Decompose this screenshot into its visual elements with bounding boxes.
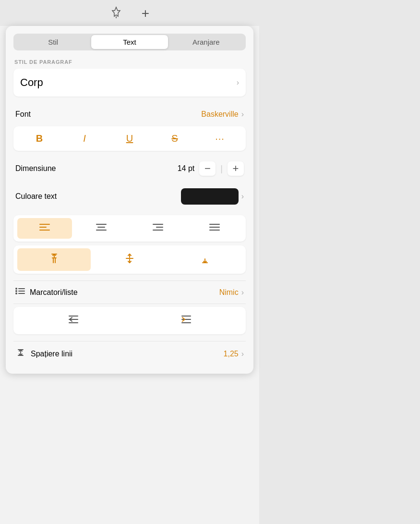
more-options-button[interactable]: ··· [199, 130, 241, 147]
color-row[interactable]: Culoare text › [13, 184, 246, 208]
color-chevron-icon: › [241, 192, 244, 201]
valign-top-button[interactable] [17, 248, 91, 271]
tab-stil[interactable]: Stil [15, 35, 91, 49]
spacing-icon [15, 347, 26, 360]
spacing-chevron-icon: › [241, 350, 244, 358]
align-left-button[interactable] [17, 218, 72, 239]
bold-button[interactable]: B [18, 130, 60, 147]
bullets-value: Nimic [219, 288, 239, 297]
font-label: Font [15, 110, 31, 119]
tab-text[interactable]: Text [91, 35, 168, 49]
spacing-value-container: 1,25 › [224, 350, 244, 358]
size-label: Dimensiune [15, 164, 56, 173]
vertical-align-group [13, 245, 246, 274]
bullets-row[interactable]: Marcatori/liste Nimic › [13, 280, 246, 304]
tab-aranjare[interactable]: Aranjare [168, 35, 244, 49]
color-swatch-container: › [181, 188, 244, 205]
annotations-area: Aliniați textul orizontal sau justificat… [259, 0, 420, 524]
horizontal-align-group [13, 215, 246, 242]
add-icon[interactable]: + [142, 6, 149, 21]
svg-point-23 [15, 288, 17, 290]
strikethrough-button[interactable]: S [154, 130, 196, 147]
indent-row [13, 307, 246, 334]
tab-bar: Stil Text Aranjare [13, 34, 246, 50]
paragraph-style-label: STIL DE PARAGRAF [14, 59, 246, 65]
font-row[interactable]: Font Baskerville › [13, 105, 246, 123]
horizontal-align-row [17, 218, 242, 239]
spacing-label: Spațiere linii [31, 350, 72, 358]
valign-middle-button[interactable] [93, 248, 166, 271]
paragraph-style-value: Corp [20, 76, 43, 89]
size-divider: | [220, 164, 223, 174]
pin-icon[interactable] [110, 6, 122, 21]
paragraph-style-selector[interactable]: Corp › [13, 69, 246, 97]
valign-bottom-button[interactable] [168, 248, 242, 271]
bullets-icon [15, 287, 25, 298]
bullets-chevron-icon: › [241, 288, 244, 297]
size-value: 14 pt [178, 164, 195, 173]
size-row: Dimensiune 14 pt − | + [13, 158, 246, 180]
spacing-value: 1,25 [224, 350, 239, 358]
font-chevron-icon: › [241, 110, 244, 119]
indent-button[interactable] [131, 311, 241, 330]
spacing-row[interactable]: Spațiere linii 1,25 › [13, 341, 246, 366]
bullets-label: Marcatori/liste [30, 288, 78, 297]
italic-button[interactable]: I [63, 130, 106, 147]
top-bar: + [0, 0, 259, 26]
bullets-value-container: Nimic › [219, 288, 244, 297]
outdent-button[interactable] [18, 311, 128, 330]
svg-point-24 [15, 290, 17, 292]
underline-button[interactable]: U [108, 130, 151, 147]
color-label: Culoare text [15, 192, 57, 201]
size-increase-button[interactable]: + [228, 161, 244, 176]
paragraph-style-chevron-icon: › [237, 78, 239, 87]
format-buttons-row: B I U S ··· [13, 126, 246, 151]
align-right-button[interactable] [131, 218, 185, 239]
align-justify-button[interactable] [187, 218, 242, 239]
font-value-container: Baskerville › [201, 110, 244, 119]
align-center-button[interactable] [74, 218, 129, 239]
svg-point-25 [15, 292, 17, 294]
bullets-left: Marcatori/liste [15, 287, 78, 298]
size-decrease-button[interactable]: − [199, 161, 216, 176]
color-swatch[interactable] [181, 188, 239, 205]
vertical-align-row [17, 248, 242, 271]
size-controls: 14 pt − | + [178, 161, 244, 176]
format-panel: Stil Text Aranjare STIL DE PARAGRAF Corp… [6, 26, 253, 374]
font-value: Baskerville [201, 110, 238, 119]
spacing-left: Spațiere linii [15, 347, 72, 360]
